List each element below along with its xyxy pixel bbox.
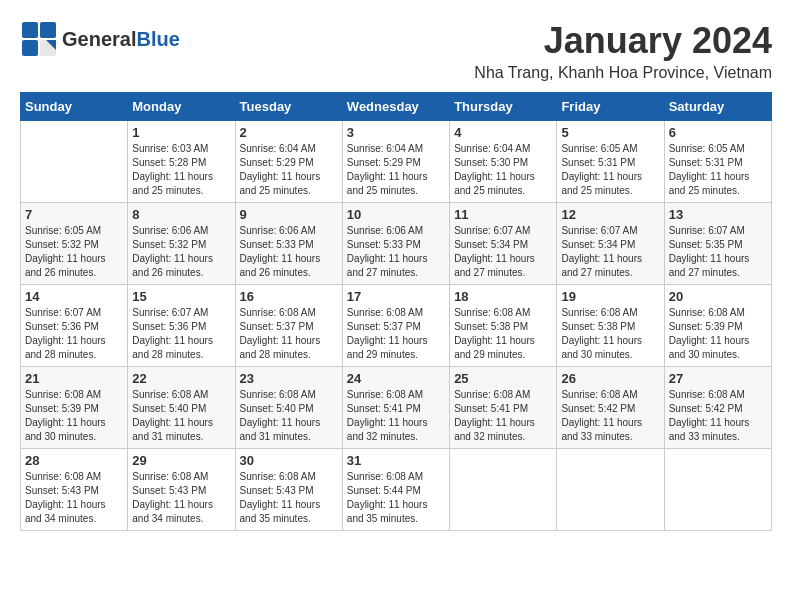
location-title: Nha Trang, Khanh Hoa Province, Vietnam [474, 64, 772, 82]
logo-blue: Blue [136, 28, 179, 50]
day-info: Sunrise: 6:07 AMSunset: 5:36 PMDaylight:… [25, 306, 123, 362]
calendar-cell: 4Sunrise: 6:04 AMSunset: 5:30 PMDaylight… [450, 121, 557, 203]
day-number: 21 [25, 371, 123, 386]
day-number: 7 [25, 207, 123, 222]
calendar-cell [557, 449, 664, 531]
calendar-cell [664, 449, 771, 531]
day-number: 10 [347, 207, 445, 222]
day-number: 26 [561, 371, 659, 386]
month-title: January 2024 [474, 20, 772, 62]
calendar-cell: 7Sunrise: 6:05 AMSunset: 5:32 PMDaylight… [21, 203, 128, 285]
calendar-cell: 30Sunrise: 6:08 AMSunset: 5:43 PMDayligh… [235, 449, 342, 531]
day-info: Sunrise: 6:07 AMSunset: 5:36 PMDaylight:… [132, 306, 230, 362]
calendar-cell: 3Sunrise: 6:04 AMSunset: 5:29 PMDaylight… [342, 121, 449, 203]
calendar-cell: 6Sunrise: 6:05 AMSunset: 5:31 PMDaylight… [664, 121, 771, 203]
day-info: Sunrise: 6:07 AMSunset: 5:34 PMDaylight:… [561, 224, 659, 280]
day-number: 19 [561, 289, 659, 304]
calendar-table: SundayMondayTuesdayWednesdayThursdayFrid… [20, 92, 772, 531]
day-number: 27 [669, 371, 767, 386]
day-info: Sunrise: 6:08 AMSunset: 5:41 PMDaylight:… [347, 388, 445, 444]
day-number: 5 [561, 125, 659, 140]
day-number: 25 [454, 371, 552, 386]
day-number: 20 [669, 289, 767, 304]
calendar-cell: 25Sunrise: 6:08 AMSunset: 5:41 PMDayligh… [450, 367, 557, 449]
calendar-cell [450, 449, 557, 531]
weekday-header-monday: Monday [128, 93, 235, 121]
day-info: Sunrise: 6:06 AMSunset: 5:33 PMDaylight:… [347, 224, 445, 280]
svg-rect-2 [22, 40, 38, 56]
day-info: Sunrise: 6:08 AMSunset: 5:40 PMDaylight:… [132, 388, 230, 444]
calendar-cell: 18Sunrise: 6:08 AMSunset: 5:38 PMDayligh… [450, 285, 557, 367]
day-number: 13 [669, 207, 767, 222]
calendar-cell: 9Sunrise: 6:06 AMSunset: 5:33 PMDaylight… [235, 203, 342, 285]
week-row-3: 14Sunrise: 6:07 AMSunset: 5:36 PMDayligh… [21, 285, 772, 367]
calendar-cell: 26Sunrise: 6:08 AMSunset: 5:42 PMDayligh… [557, 367, 664, 449]
calendar-cell: 8Sunrise: 6:06 AMSunset: 5:32 PMDaylight… [128, 203, 235, 285]
logo-icon [20, 20, 58, 58]
day-number: 18 [454, 289, 552, 304]
calendar-cell: 24Sunrise: 6:08 AMSunset: 5:41 PMDayligh… [342, 367, 449, 449]
calendar-cell: 19Sunrise: 6:08 AMSunset: 5:38 PMDayligh… [557, 285, 664, 367]
day-info: Sunrise: 6:07 AMSunset: 5:35 PMDaylight:… [669, 224, 767, 280]
calendar-cell: 28Sunrise: 6:08 AMSunset: 5:43 PMDayligh… [21, 449, 128, 531]
day-info: Sunrise: 6:08 AMSunset: 5:39 PMDaylight:… [25, 388, 123, 444]
day-info: Sunrise: 6:04 AMSunset: 5:29 PMDaylight:… [347, 142, 445, 198]
day-info: Sunrise: 6:08 AMSunset: 5:37 PMDaylight:… [240, 306, 338, 362]
weekday-header-friday: Friday [557, 93, 664, 121]
logo: GeneralBlue [20, 20, 180, 58]
day-number: 30 [240, 453, 338, 468]
day-number: 23 [240, 371, 338, 386]
day-number: 31 [347, 453, 445, 468]
day-info: Sunrise: 6:08 AMSunset: 5:37 PMDaylight:… [347, 306, 445, 362]
calendar-cell [21, 121, 128, 203]
day-info: Sunrise: 6:05 AMSunset: 5:32 PMDaylight:… [25, 224, 123, 280]
calendar-cell: 2Sunrise: 6:04 AMSunset: 5:29 PMDaylight… [235, 121, 342, 203]
day-number: 1 [132, 125, 230, 140]
calendar-cell: 22Sunrise: 6:08 AMSunset: 5:40 PMDayligh… [128, 367, 235, 449]
calendar-cell: 17Sunrise: 6:08 AMSunset: 5:37 PMDayligh… [342, 285, 449, 367]
weekday-header-sunday: Sunday [21, 93, 128, 121]
day-number: 11 [454, 207, 552, 222]
day-info: Sunrise: 6:08 AMSunset: 5:43 PMDaylight:… [25, 470, 123, 526]
calendar-cell: 31Sunrise: 6:08 AMSunset: 5:44 PMDayligh… [342, 449, 449, 531]
weekday-header-thursday: Thursday [450, 93, 557, 121]
calendar-cell: 20Sunrise: 6:08 AMSunset: 5:39 PMDayligh… [664, 285, 771, 367]
day-number: 4 [454, 125, 552, 140]
day-number: 16 [240, 289, 338, 304]
day-number: 24 [347, 371, 445, 386]
day-info: Sunrise: 6:06 AMSunset: 5:32 PMDaylight:… [132, 224, 230, 280]
day-info: Sunrise: 6:03 AMSunset: 5:28 PMDaylight:… [132, 142, 230, 198]
weekday-header-tuesday: Tuesday [235, 93, 342, 121]
week-row-2: 7Sunrise: 6:05 AMSunset: 5:32 PMDaylight… [21, 203, 772, 285]
calendar-cell: 27Sunrise: 6:08 AMSunset: 5:42 PMDayligh… [664, 367, 771, 449]
day-number: 22 [132, 371, 230, 386]
day-info: Sunrise: 6:08 AMSunset: 5:38 PMDaylight:… [454, 306, 552, 362]
day-info: Sunrise: 6:08 AMSunset: 5:39 PMDaylight:… [669, 306, 767, 362]
day-info: Sunrise: 6:05 AMSunset: 5:31 PMDaylight:… [561, 142, 659, 198]
calendar-cell: 1Sunrise: 6:03 AMSunset: 5:28 PMDaylight… [128, 121, 235, 203]
day-info: Sunrise: 6:04 AMSunset: 5:29 PMDaylight:… [240, 142, 338, 198]
svg-rect-1 [40, 22, 56, 38]
calendar-cell: 29Sunrise: 6:08 AMSunset: 5:43 PMDayligh… [128, 449, 235, 531]
day-info: Sunrise: 6:08 AMSunset: 5:43 PMDaylight:… [132, 470, 230, 526]
day-number: 3 [347, 125, 445, 140]
day-number: 28 [25, 453, 123, 468]
weekday-header-wednesday: Wednesday [342, 93, 449, 121]
day-number: 2 [240, 125, 338, 140]
day-info: Sunrise: 6:05 AMSunset: 5:31 PMDaylight:… [669, 142, 767, 198]
week-row-5: 28Sunrise: 6:08 AMSunset: 5:43 PMDayligh… [21, 449, 772, 531]
calendar-cell: 12Sunrise: 6:07 AMSunset: 5:34 PMDayligh… [557, 203, 664, 285]
day-info: Sunrise: 6:08 AMSunset: 5:42 PMDaylight:… [561, 388, 659, 444]
day-number: 17 [347, 289, 445, 304]
calendar-cell: 15Sunrise: 6:07 AMSunset: 5:36 PMDayligh… [128, 285, 235, 367]
day-info: Sunrise: 6:08 AMSunset: 5:38 PMDaylight:… [561, 306, 659, 362]
calendar-cell: 21Sunrise: 6:08 AMSunset: 5:39 PMDayligh… [21, 367, 128, 449]
weekday-header-saturday: Saturday [664, 93, 771, 121]
week-row-1: 1Sunrise: 6:03 AMSunset: 5:28 PMDaylight… [21, 121, 772, 203]
weekday-header-row: SundayMondayTuesdayWednesdayThursdayFrid… [21, 93, 772, 121]
logo-general: General [62, 28, 136, 50]
day-info: Sunrise: 6:07 AMSunset: 5:34 PMDaylight:… [454, 224, 552, 280]
calendar-cell: 10Sunrise: 6:06 AMSunset: 5:33 PMDayligh… [342, 203, 449, 285]
day-info: Sunrise: 6:08 AMSunset: 5:44 PMDaylight:… [347, 470, 445, 526]
day-number: 9 [240, 207, 338, 222]
